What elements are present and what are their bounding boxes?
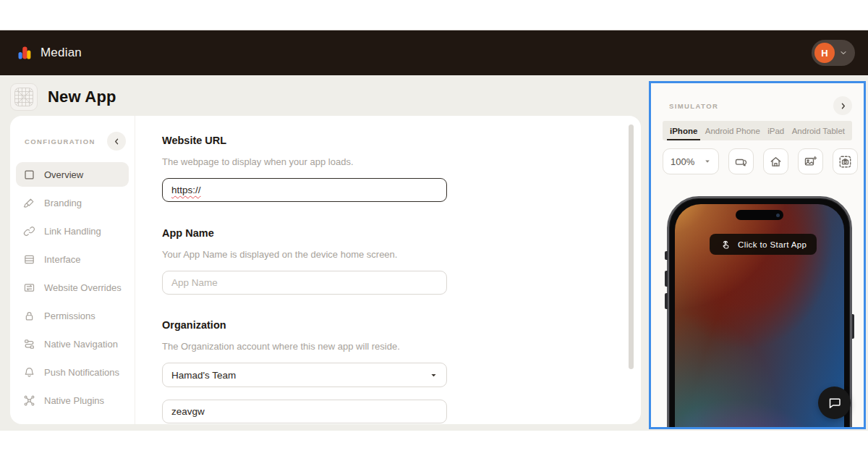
sidebar-item-label: Permissions bbox=[44, 311, 95, 321]
device-tabs: iPhoneAndroid PhoneiPadAndroid Tablet bbox=[663, 121, 852, 140]
sidebar-item-label: Interface bbox=[44, 254, 81, 265]
layout-icon bbox=[23, 253, 35, 266]
lock-icon bbox=[23, 310, 35, 322]
app-placeholder-icon bbox=[10, 83, 38, 111]
website-url-input[interactable]: https:// bbox=[162, 178, 447, 202]
link-icon bbox=[23, 225, 35, 237]
click-to-start-button[interactable]: Click to Start App bbox=[710, 234, 817, 255]
chat-widget-button[interactable] bbox=[818, 387, 851, 419]
website-url-label: Website URL bbox=[162, 135, 447, 146]
chevron-left-icon bbox=[112, 137, 122, 146]
sidebar-item-native-plugins[interactable]: Native Plugins bbox=[16, 388, 129, 413]
chevron-down-icon bbox=[704, 158, 711, 165]
simulator-header: SIMULATOR bbox=[651, 83, 864, 115]
brand-name: Median bbox=[41, 46, 82, 60]
brand-logo[interactable]: Median bbox=[17, 45, 82, 61]
bell-icon bbox=[23, 366, 35, 379]
page-title: New App bbox=[48, 88, 116, 106]
sidebar-header: CONFIGURATION bbox=[10, 116, 135, 151]
app-name-group: App Name Your App Name is displayed on t… bbox=[162, 227, 447, 295]
chevron-down-icon bbox=[839, 48, 848, 57]
sidebar-item-label: Website Overrides bbox=[44, 282, 122, 293]
screenshot-button[interactable] bbox=[833, 148, 858, 174]
sidebar-item-native-navigation[interactable]: Native Navigation bbox=[16, 332, 129, 356]
form-area: Website URL The webpage to display when … bbox=[162, 116, 625, 424]
volume-down-button bbox=[665, 293, 668, 309]
sidebar-item-label: Link Handling bbox=[44, 226, 101, 237]
action-button bbox=[665, 251, 668, 260]
sidebar-section-label: CONFIGURATION bbox=[25, 138, 95, 145]
main-area: New App CONFIGURATION OverviewBrandingLi… bbox=[0, 75, 868, 431]
home-icon bbox=[769, 155, 783, 169]
app-canvas: Median H New App CONFIGURATION bbox=[0, 0, 868, 456]
sidebar-item-permissions[interactable]: Permissions bbox=[16, 303, 129, 328]
rotate-device-icon bbox=[734, 155, 748, 169]
click-to-start-label: Click to Start App bbox=[738, 240, 807, 249]
dynamic-island bbox=[736, 210, 783, 220]
plugin-icon bbox=[23, 394, 35, 407]
sidebar-nav: OverviewBrandingLink HandlingInterfaceWe… bbox=[10, 162, 135, 413]
avatar: H bbox=[814, 43, 835, 63]
screenshot-icon bbox=[838, 155, 852, 169]
zoom-value: 100% bbox=[671, 156, 694, 167]
sidebar-item-label: Native Plugins bbox=[44, 395, 104, 406]
app-name-description: Your App Name is displayed on the device… bbox=[162, 249, 447, 260]
sidebar-item-website-overrides[interactable]: Website Overrides bbox=[16, 275, 129, 300]
extra-text-value: zeavgw bbox=[171, 406, 205, 417]
phone-screen[interactable]: Click to Start App bbox=[675, 204, 844, 429]
square-icon bbox=[23, 169, 35, 181]
rotate-device-button[interactable] bbox=[728, 148, 754, 174]
route-icon bbox=[23, 338, 35, 350]
simulator-controls: 100% bbox=[663, 148, 858, 174]
browser-arrows-icon bbox=[23, 282, 35, 294]
home-button[interactable] bbox=[763, 148, 788, 174]
add-image-button[interactable] bbox=[798, 148, 823, 174]
zoom-select[interactable]: 100% bbox=[663, 148, 719, 174]
add-image-icon bbox=[804, 155, 817, 169]
median-logo-icon bbox=[17, 45, 33, 61]
sidebar-item-interface[interactable]: Interface bbox=[16, 247, 129, 271]
volume-up-button bbox=[665, 271, 668, 287]
sidebar-item-label: Push Notifications bbox=[44, 367, 119, 378]
power-button bbox=[852, 314, 855, 339]
sidebar-item-label: Branding bbox=[44, 198, 82, 208]
website-url-group: Website URL The webpage to display when … bbox=[162, 135, 447, 202]
sidebar-item-overview[interactable]: Overview bbox=[16, 162, 129, 187]
tab-android-phone[interactable]: Android Phone bbox=[702, 121, 763, 140]
app-name-input[interactable] bbox=[162, 271, 447, 295]
organization-select[interactable]: Hamad's Team bbox=[162, 363, 447, 387]
organization-label: Organization bbox=[162, 319, 447, 331]
card-scrollbar-thumb[interactable] bbox=[629, 124, 634, 369]
extra-text-input[interactable]: zeavgw bbox=[162, 400, 447, 423]
app-header: Median H bbox=[0, 30, 868, 75]
simulator-toolbar bbox=[728, 148, 858, 174]
chevron-down-icon bbox=[430, 371, 438, 379]
app-name-label: App Name bbox=[162, 227, 447, 239]
sidebar-collapse-button[interactable] bbox=[107, 132, 126, 151]
tab-iphone[interactable]: iPhone bbox=[667, 121, 700, 140]
tab-ipad[interactable]: iPad bbox=[765, 121, 787, 140]
simulator-section-label: SIMULATOR bbox=[669, 102, 718, 110]
front-camera-dot bbox=[776, 214, 780, 217]
organization-selected-value: Hamad's Team bbox=[171, 370, 236, 381]
page-head: New App bbox=[10, 83, 116, 111]
chevron-right-icon bbox=[838, 101, 848, 111]
configuration-card: CONFIGURATION OverviewBrandingLink Handl… bbox=[10, 116, 641, 424]
simulator-panel: SIMULATOR iPhoneAndroid PhoneiPadAndroid… bbox=[649, 81, 866, 429]
account-menu-button[interactable]: H bbox=[812, 40, 855, 66]
organization-group: Organization The Organization account wh… bbox=[162, 319, 447, 423]
simulator-expand-button[interactable] bbox=[833, 96, 852, 115]
website-url-description: The webpage to display when your app loa… bbox=[162, 156, 447, 167]
sidebar-item-push-notifications[interactable]: Push Notifications bbox=[16, 360, 129, 384]
brush-icon bbox=[23, 197, 35, 209]
sidebar: CONFIGURATION OverviewBrandingLink Handl… bbox=[10, 116, 135, 424]
website-url-value: https:// bbox=[171, 185, 201, 195]
tap-gesture-icon bbox=[720, 239, 731, 250]
chat-bubble-icon bbox=[827, 395, 843, 411]
sidebar-item-link-handling[interactable]: Link Handling bbox=[16, 219, 129, 243]
sidebar-item-label: Native Navigation bbox=[44, 339, 118, 350]
organization-description: The Organization account where this new … bbox=[162, 341, 447, 352]
sidebar-item-branding[interactable]: Branding bbox=[16, 190, 129, 215]
tab-android-tablet[interactable]: Android Tablet bbox=[789, 121, 848, 140]
sidebar-item-label: Overview bbox=[44, 169, 83, 180]
